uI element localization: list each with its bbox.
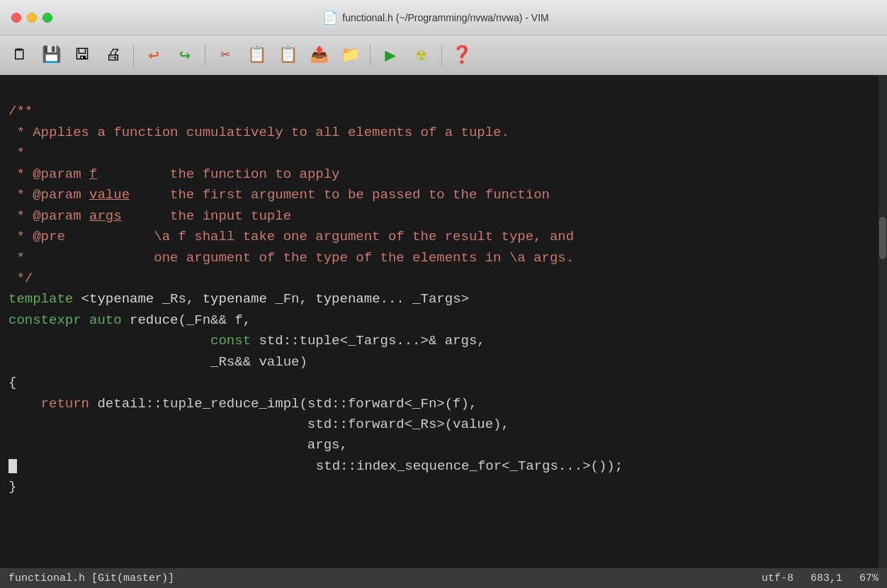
minimize-button[interactable] bbox=[27, 13, 37, 23]
new-file-button[interactable]: 🗒 bbox=[6, 41, 34, 69]
print-button[interactable]: 🖨 bbox=[99, 41, 128, 69]
status-percent: 67% bbox=[859, 572, 878, 584]
scrollbar[interactable] bbox=[878, 75, 887, 568]
status-position: 683,1 bbox=[810, 572, 842, 584]
editor-content[interactable]: /** * Applies a function cumulatively to… bbox=[0, 75, 878, 568]
separator-2 bbox=[205, 45, 205, 66]
save-button[interactable]: 💾 bbox=[37, 41, 65, 69]
upload-button[interactable]: 📤 bbox=[305, 41, 333, 69]
file-icon: 📄 bbox=[322, 10, 338, 26]
status-filename: functional.h [Git(master)] bbox=[9, 572, 174, 584]
help-button[interactable]: ❓ bbox=[448, 41, 476, 69]
paste-button[interactable]: 📋 bbox=[273, 41, 302, 69]
run-button[interactable]: ▶ bbox=[376, 41, 405, 69]
separator-4 bbox=[441, 45, 442, 66]
scrollbar-thumb[interactable] bbox=[879, 217, 886, 259]
title-label: functional.h (~/Programming/nvwa/nvwa) -… bbox=[342, 12, 548, 23]
status-bar: functional.h [Git(master)] utf-8 683,1 6… bbox=[0, 568, 887, 588]
copy-button[interactable]: 📋 bbox=[242, 41, 271, 69]
redo-button[interactable]: ↪ bbox=[171, 41, 199, 69]
traffic-lights bbox=[11, 13, 52, 23]
separator-1 bbox=[133, 45, 134, 66]
editor-container: /** * Applies a function cumulatively to… bbox=[0, 75, 887, 568]
close-button[interactable] bbox=[11, 13, 21, 23]
burn-button[interactable]: ☢ bbox=[407, 41, 436, 69]
separator-3 bbox=[370, 45, 371, 66]
maximize-button[interactable] bbox=[43, 13, 52, 23]
save-as-button[interactable]: 🖫 bbox=[68, 41, 96, 69]
status-right: utf-8 683,1 67% bbox=[762, 572, 878, 584]
title-bar: 📄 functional.h (~/Programming/nvwa/nvwa)… bbox=[0, 0, 887, 35]
code-area[interactable]: /** * Applies a function cumulatively to… bbox=[9, 81, 870, 498]
undo-button[interactable]: ↩ bbox=[140, 41, 168, 69]
toolbar: 🗒 💾 🖫 🖨 ↩ ↪ ✂ 📋 📋 📤 📁 ▶ ☢ ❓ bbox=[0, 35, 887, 75]
add-folder-button[interactable]: 📁 bbox=[336, 41, 364, 69]
window-title: 📄 functional.h (~/Programming/nvwa/nvwa)… bbox=[322, 10, 548, 26]
cut-button[interactable]: ✂ bbox=[211, 41, 239, 69]
status-encoding: utf-8 bbox=[762, 572, 793, 584]
